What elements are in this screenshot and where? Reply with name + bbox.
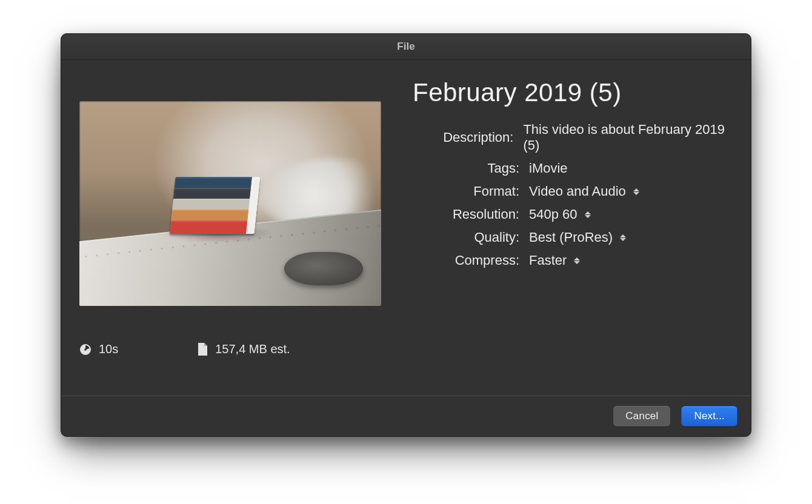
video-thumbnail [79,101,381,306]
chevron-updown-icon [633,187,639,196]
compress-value: Faster [529,253,567,268]
file-icon [197,343,208,356]
export-stats: 10s 157,4 MB est. [79,342,388,356]
window-titlebar: File [61,34,751,60]
description-value[interactable]: This video is about February 2019 (5) [523,122,733,153]
quality-select[interactable]: Best (ProRes) [529,230,626,245]
duration-value: 10s [99,342,118,356]
dialog-content: 10s 157,4 MB est. February 2019 ( [61,60,751,396]
quality-label: Quality: [413,230,529,245]
left-column: 10s 157,4 MB est. [79,78,388,396]
compress-select[interactable]: Faster [529,253,580,268]
project-title: February 2019 (5) [413,78,733,107]
format-label: Format: [413,184,529,199]
button-bar: Cancel Next... [61,396,751,436]
right-column: February 2019 (5) Description: This vide… [388,78,733,396]
compress-label: Compress: [413,253,529,268]
format-value: Video and Audio [529,184,626,199]
window-title: File [397,41,414,53]
resolution-value: 540p 60 [529,207,577,222]
quality-value: Best (ProRes) [529,230,613,245]
tags-label: Tags: [413,161,529,176]
chevron-updown-icon [620,233,626,242]
description-label: Description: [413,130,523,145]
resolution-select[interactable]: 540p 60 [529,207,591,222]
resolution-label: Resolution: [413,207,529,222]
svg-point-1 [84,348,87,351]
chevron-updown-icon [585,210,591,219]
next-button[interactable]: Next... [681,406,737,426]
chevron-updown-icon [574,256,580,265]
filesize-stat: 157,4 MB est. [197,342,290,356]
tags-value[interactable]: iMovie [529,161,568,176]
clock-icon [79,343,92,356]
export-dialog: File [61,33,751,437]
filesize-value: 157,4 MB est. [215,342,290,356]
cancel-button[interactable]: Cancel [613,406,670,426]
format-select[interactable]: Video and Audio [529,184,639,199]
duration-stat: 10s [79,342,118,356]
